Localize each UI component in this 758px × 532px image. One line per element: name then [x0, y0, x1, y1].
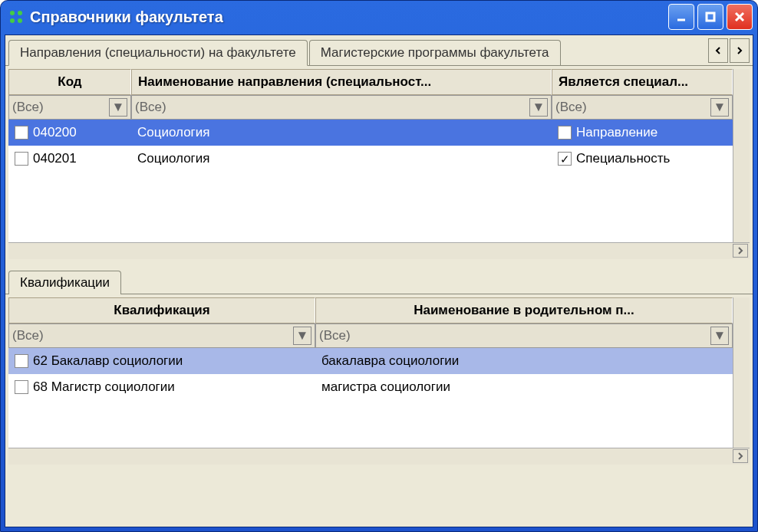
cell-spec: Специальность	[576, 151, 670, 166]
directions-grid-header: Код Наименование направления (специально…	[8, 69, 733, 95]
cell-genitive: магистра социологии	[315, 376, 733, 398]
filter-spec[interactable]: (Все)▼	[552, 95, 733, 120]
qualifications-grid-header: Квалификация Наименование в родительном …	[8, 297, 733, 323]
table-row[interactable]: 68 Магистр социологии магистра социологи…	[8, 374, 733, 400]
window-controls	[668, 4, 753, 30]
cell-qual: 68 Магистр социологии	[33, 379, 175, 395]
horizontal-scrollbar[interactable]	[8, 448, 750, 465]
filter-qual[interactable]: (Все)▼	[8, 323, 315, 348]
svg-point-1	[18, 11, 22, 15]
checkbox[interactable]	[558, 152, 572, 166]
filter-name[interactable]: (Все)▼	[131, 95, 552, 120]
column-header-genitive[interactable]: Наименование в родительном п...	[315, 297, 733, 323]
titlebar[interactable]: Справочники факультета	[1, 1, 757, 33]
column-header-code[interactable]: Код	[8, 69, 131, 95]
table-row[interactable]: 62 Бакалавр социологии бакалавра социоло…	[8, 348, 733, 374]
chevron-down-icon[interactable]: ▼	[109, 98, 127, 117]
filter-genitive[interactable]: (Все)▼	[315, 323, 733, 348]
qualifications-filter-row: (Все)▼ (Все)▼	[8, 323, 733, 348]
minimize-button[interactable]	[668, 4, 694, 30]
cell-spec: Направление	[576, 125, 657, 140]
tab-directions[interactable]: Направления (специальности) на факультет…	[8, 40, 308, 66]
cell-genitive: бакалавра социологии	[315, 350, 733, 372]
svg-rect-5	[707, 13, 714, 21]
column-header-name[interactable]: Наименование направления (специальност..…	[131, 69, 552, 95]
cell-name: Социология	[131, 148, 552, 169]
column-header-qual[interactable]: Квалификация	[8, 297, 315, 323]
chevron-down-icon[interactable]: ▼	[710, 98, 729, 117]
filter-code[interactable]: (Все)▼	[8, 95, 131, 120]
table-row[interactable]: 040200 Социология Направление	[8, 120, 733, 146]
close-button[interactable]	[727, 4, 753, 30]
tab-scroll-buttons	[708, 38, 750, 63]
qualifications-rows: 62 Бакалавр социологии бакалавра социоло…	[8, 348, 733, 448]
window-title: Справочники факультета	[30, 8, 668, 26]
horizontal-scrollbar[interactable]	[8, 242, 750, 259]
column-header-spec[interactable]: Является специал...	[552, 69, 733, 95]
tab-scroll-right[interactable]	[730, 38, 750, 63]
app-icon	[8, 9, 24, 25]
cell-name: Социология	[131, 122, 552, 143]
checkbox[interactable]	[558, 126, 572, 140]
tab-masters[interactable]: Магистерские программы факультета	[309, 40, 561, 65]
sub-tab-bar: Квалификации	[5, 267, 753, 294]
svg-point-2	[10, 18, 15, 23]
client-area: Направления (специальности) на факультет…	[5, 34, 753, 527]
chevron-down-icon[interactable]: ▼	[293, 327, 311, 345]
directions-rows: 040200 Социология Направление 040201 Соц…	[8, 120, 733, 242]
tab-qualifications[interactable]: Квалификации	[8, 271, 121, 294]
directions-grid: Код Наименование направления (специально…	[8, 69, 750, 259]
svg-point-0	[10, 11, 15, 15]
table-row[interactable]: 040201 Социология Специальность	[8, 146, 733, 172]
window-frame: Справочники факультета Направления (спец…	[0, 0, 758, 532]
chevron-down-icon[interactable]: ▼	[529, 98, 548, 117]
tab-bar: Направления (специальности) на факультет…	[5, 35, 753, 66]
tab-scroll-left[interactable]	[708, 38, 728, 63]
vertical-scrollbar[interactable]	[733, 297, 750, 448]
qualifications-grid: Квалификация Наименование в родительном …	[8, 297, 750, 465]
scroll-right-icon[interactable]	[733, 449, 748, 463]
cell-code: 040201	[33, 151, 77, 166]
checkbox[interactable]	[15, 354, 28, 368]
maximize-button[interactable]	[697, 4, 723, 30]
cell-code: 040200	[33, 125, 77, 140]
svg-point-3	[18, 18, 22, 23]
vertical-scrollbar[interactable]	[733, 69, 750, 242]
directions-filter-row: (Все)▼ (Все)▼ (Все)▼	[8, 95, 733, 120]
checkbox[interactable]	[15, 152, 28, 166]
cell-qual: 62 Бакалавр социологии	[33, 353, 183, 369]
chevron-down-icon[interactable]: ▼	[710, 327, 729, 345]
checkbox[interactable]	[15, 380, 28, 394]
scroll-right-icon[interactable]	[733, 244, 748, 258]
checkbox[interactable]	[15, 126, 28, 140]
